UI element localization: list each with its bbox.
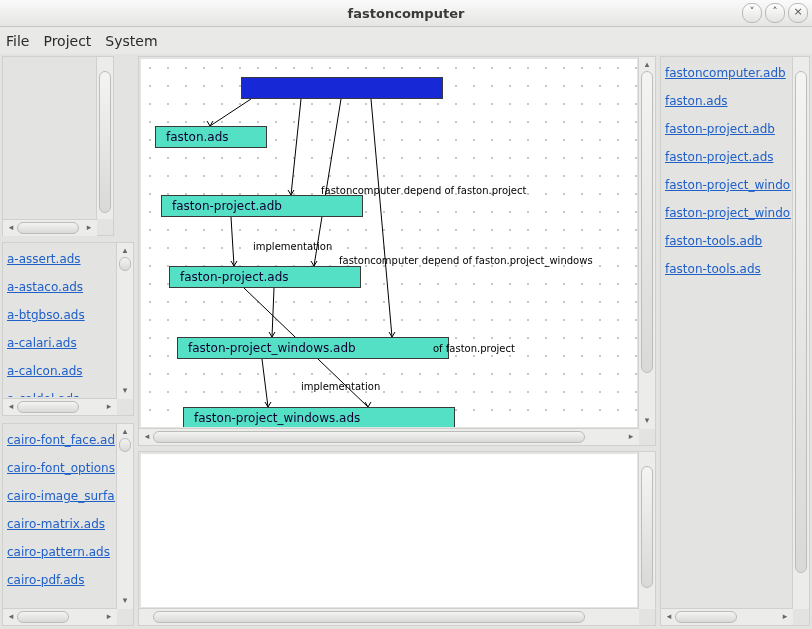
titlebar: fastoncomputer ˅ ˄ ×	[0, 0, 812, 27]
close-button[interactable]: ×	[788, 3, 808, 23]
file-link[interactable]: faston-tools.adb	[665, 227, 791, 255]
svg-line-3	[371, 99, 392, 337]
file-list-system: a-assert.adsa-astaco.adsa-btgbso.adsa-ca…	[7, 245, 115, 397]
svg-line-4	[231, 217, 234, 266]
file-link[interactable]: a-calcon.ads	[7, 357, 115, 385]
editor-area[interactable]	[141, 454, 637, 607]
file-link[interactable]: a-btgbso.ads	[7, 301, 115, 329]
file-link[interactable]: faston-project.ads	[665, 143, 791, 171]
minimize-button[interactable]: ˅	[742, 3, 762, 23]
file-link[interactable]: cairo-matrix.ads	[7, 510, 115, 538]
graph-edge-label: implementation	[253, 241, 332, 252]
file-link[interactable]: faston-project_windows.ads	[665, 199, 791, 227]
scrollbar-vertical[interactable]: ▴ ▾	[638, 57, 655, 429]
scrollbar-horizontal[interactable]: ◂ ▸	[3, 219, 97, 236]
file-link[interactable]: faston-project.adb	[665, 115, 791, 143]
file-link[interactable]: faston-project_windows.adb	[665, 171, 791, 199]
panel-cairo-files: cairo-font_face.adscairo-font_options.ad…	[2, 423, 134, 626]
svg-line-5	[272, 288, 274, 337]
scrollbar-horizontal[interactable]: ◂ ▸	[3, 398, 117, 415]
svg-line-0	[210, 99, 251, 126]
graph-node[interactable]: faston.ads	[155, 126, 267, 148]
graph-edge-label: of faston.project	[433, 343, 515, 354]
graph-node[interactable]: fastoncomputer.adb	[241, 77, 443, 99]
file-link[interactable]: cairo-pdf.ads	[7, 566, 115, 594]
workspace: ◂ ▸ a-assert.adsa-astaco.adsa-btgbso.ads…	[0, 54, 812, 629]
graph-node[interactable]: faston-project_windows.adb	[177, 337, 449, 359]
svg-line-1	[291, 99, 301, 195]
scrollbar-vertical[interactable]	[638, 452, 655, 609]
menu-project[interactable]: Project	[43, 33, 91, 49]
graph-node[interactable]: faston-project_windows.ads	[183, 407, 455, 427]
panel-editor	[138, 451, 656, 626]
maximize-button[interactable]: ˄	[765, 3, 785, 23]
svg-line-7	[262, 359, 268, 407]
graph-node[interactable]: faston-project.adb	[161, 195, 363, 217]
scrollbar-vertical[interactable]: ▴ ▾	[116, 424, 133, 609]
file-link[interactable]: cairo-font_face.ads	[7, 426, 115, 454]
file-link[interactable]: a-calari.ads	[7, 329, 115, 357]
window-title: fastoncomputer	[4, 6, 808, 21]
file-link[interactable]: faston.ads	[665, 87, 791, 115]
file-link[interactable]: cairo-font_options.ads	[7, 454, 115, 482]
file-list-project: fastoncomputer.adbfaston.adsfaston-proje…	[665, 59, 791, 607]
scrollbar-vertical[interactable]	[792, 57, 809, 609]
file-list-cairo: cairo-font_face.adscairo-font_options.ad…	[7, 426, 115, 607]
panel-top-left: ◂ ▸	[2, 56, 114, 236]
graph-edge-label: implementation	[301, 381, 380, 392]
dependency-canvas[interactable]: fastoncomputer.adbfaston.adsfaston-proje…	[141, 59, 637, 427]
window-controls: ˅ ˄ ×	[742, 3, 808, 23]
graph-edge-label: fastoncomputer depend of faston.project	[321, 185, 526, 196]
panel-system-files: a-assert.adsa-astaco.adsa-btgbso.adsa-ca…	[2, 242, 134, 416]
scrollbar-horizontal[interactable]: ◂ ▸	[3, 608, 117, 625]
scrollbar-vertical[interactable]: ▴ ▾	[116, 243, 133, 399]
file-link[interactable]: a-astaco.ads	[7, 273, 115, 301]
panel-diagram: fastoncomputer.adbfaston.adsfaston-proje…	[138, 56, 656, 446]
menu-file[interactable]: File	[6, 33, 29, 49]
scrollbar-horizontal[interactable]: ◂ ▸	[661, 608, 793, 625]
graph-edges	[141, 59, 637, 427]
menu-system[interactable]: System	[105, 33, 157, 49]
file-link[interactable]: cairo-pattern.ads	[7, 538, 115, 566]
graph-edge-label: fastoncomputer depend of faston.project_…	[339, 255, 593, 266]
scrollbar-vertical[interactable]	[96, 57, 113, 219]
file-link[interactable]: faston-tools.ads	[665, 255, 791, 283]
graph-node[interactable]: faston-project.ads	[169, 266, 361, 288]
file-link[interactable]: fastoncomputer.adb	[665, 59, 791, 87]
scrollbar-horizontal[interactable]: ◂ ▸	[139, 428, 639, 445]
file-link[interactable]: cairo-image_surface.ads	[7, 482, 115, 510]
file-link[interactable]: a-caldel.ads	[7, 385, 115, 397]
panel-project-files: fastoncomputer.adbfaston.adsfaston-proje…	[660, 56, 810, 626]
menubar: File Project System	[0, 27, 812, 56]
file-link[interactable]: a-assert.ads	[7, 245, 115, 273]
scrollbar-horizontal[interactable]	[139, 608, 639, 625]
